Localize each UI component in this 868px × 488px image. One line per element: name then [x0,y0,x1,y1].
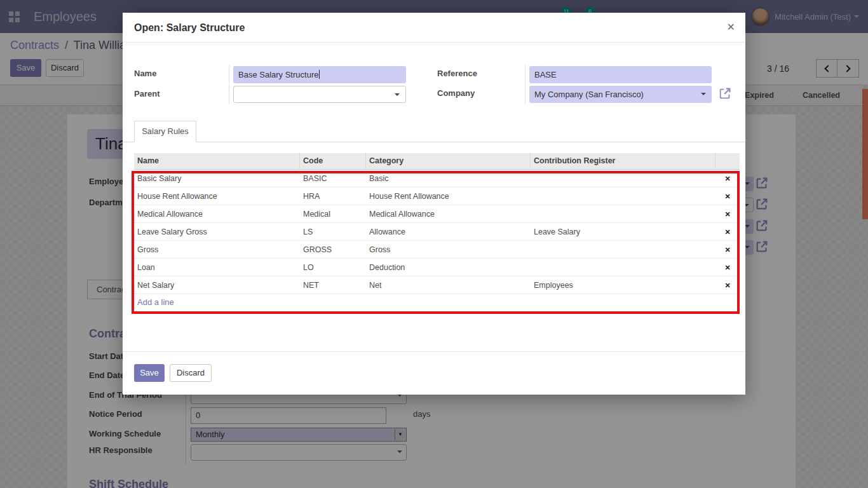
table-header: Name Code Category Contribution Register [134,153,740,170]
page: Employees EmployeesEmployee DirectoryDoc… [0,0,868,488]
group-separator [525,65,526,104]
table-row[interactable]: Net SalaryNETNetEmployees✕ [134,276,740,294]
column-header-code[interactable]: Code [300,153,366,169]
column-header-register[interactable]: Contribution Register [531,153,715,169]
cell-code: LS [300,227,366,236]
cell-code: BASIC [300,174,366,183]
add-a-line-link[interactable]: Add a line [134,294,740,311]
reference-label: Reference [437,69,477,78]
cell-code: HRA [300,192,366,201]
company-label: Company [437,88,475,98]
cell-category: House Rent Allowance [366,192,531,201]
cell-category: Basic [366,174,531,183]
delete-row-icon[interactable]: ✕ [724,246,730,254]
delete-row-icon[interactable]: ✕ [724,210,730,218]
column-header-name[interactable]: Name [134,153,300,169]
group-separator [229,65,229,104]
name-label: Name [134,69,156,78]
cell-code: GROSS [300,245,366,254]
header-divider [123,42,745,43]
dialog-save-button[interactable]: Save [134,364,165,382]
cell-category: Deduction [366,263,531,272]
column-header-delete [715,153,740,169]
parent-select[interactable] [233,86,406,103]
cell-register: Leave Salary [531,227,715,236]
delete-cell: ✕ [715,281,740,290]
table-row[interactable]: House Rent AllowanceHRAHouse Rent Allowa… [134,187,740,205]
scrollbar-thumb[interactable] [862,89,868,219]
cell-category: Net [366,281,531,290]
delete-cell: ✕ [715,227,740,236]
cell-name: Basic Salary [134,174,300,183]
delete-row-icon[interactable]: ✕ [724,228,730,236]
close-icon[interactable]: ✕ [727,21,735,33]
table-body: Basic SalaryBASICBasic✕House Rent Allowa… [134,170,740,294]
company-external-link-icon[interactable] [718,86,732,100]
delete-row-icon[interactable]: ✕ [724,264,730,271]
salary-rules-table: Name Code Category Contribution Register… [134,153,740,311]
cell-name: House Rent Allowance [134,192,300,201]
table-row[interactable]: Basic SalaryBASICBasic✕ [134,170,740,187]
delete-row-icon[interactable]: ✕ [724,193,730,200]
cell-code: Medical [300,210,366,219]
company-value: My Company (San Francisco) [534,90,644,99]
table-row[interactable]: Leave Salary GrossLSAllowanceLeave Salar… [134,223,740,241]
salary-structure-dialog: Open: Salary Structure ✕ Name Base Salar… [123,13,745,395]
cell-category: Medical Allowance [366,210,531,219]
cell-name: Loan [134,263,300,272]
notebook-divider [123,142,745,142]
tab-salary-rules[interactable]: Salary Rules [134,121,196,142]
cell-name: Net Salary [134,281,300,290]
name-value: Base Salary Structure [238,70,318,79]
table-row[interactable]: Medical AllowanceMedicalMedical Allowanc… [134,205,740,223]
chevron-down-icon [395,93,400,96]
dialog-discard-button[interactable]: Discard [170,364,212,382]
text-cursor [319,70,320,79]
cell-code: LO [300,263,366,272]
cell-name: Gross [134,245,300,254]
reference-input[interactable]: BASE [529,66,712,83]
company-select[interactable]: My Company (San Francisco) [529,86,712,103]
table-row[interactable]: GrossGROSSGross✕ [134,241,740,259]
delete-cell: ✕ [715,210,740,219]
parent-label: Parent [134,89,159,98]
dialog-title: Open: Salary Structure [134,22,245,34]
cell-category: Allowance [366,227,531,236]
column-header-category[interactable]: Category [366,153,531,169]
name-input[interactable]: Base Salary Structure [233,66,406,83]
delete-cell: ✕ [715,245,740,254]
table-row[interactable]: LoanLODeduction✕ [134,259,740,276]
cell-name: Medical Allowance [134,210,300,219]
delete-cell: ✕ [715,263,740,272]
cell-name: Leave Salary Gross [134,227,300,236]
cell-category: Gross [366,245,531,254]
delete-row-icon[interactable]: ✕ [724,281,730,289]
delete-cell: ✕ [715,192,740,201]
delete-row-icon[interactable]: ✕ [724,175,730,182]
cell-code: NET [300,281,366,290]
footer-divider [123,351,745,352]
delete-cell: ✕ [715,174,740,183]
cell-register: Employees [531,281,715,290]
chevron-down-icon [701,93,706,95]
